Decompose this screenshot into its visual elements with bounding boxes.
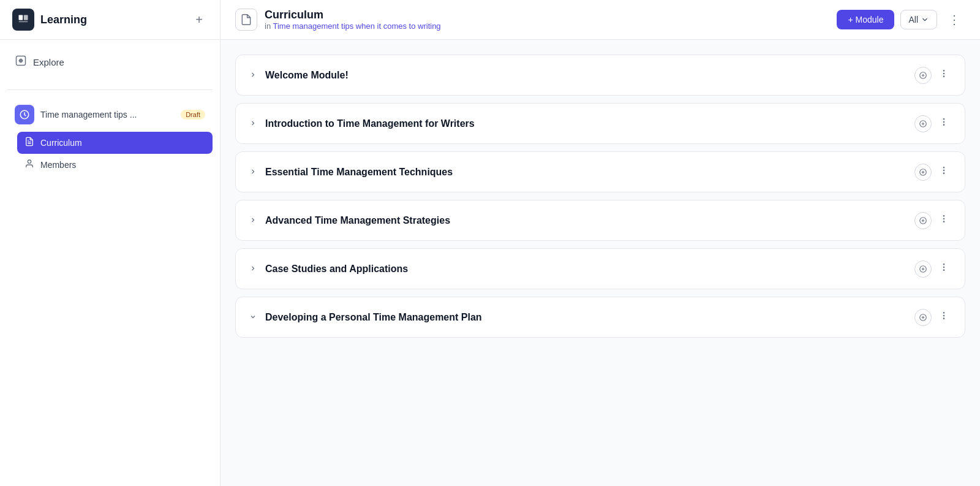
svg-point-12	[943, 70, 944, 71]
sidebar-item-explore[interactable]: Explore	[7, 50, 213, 75]
breadcrumb-link[interactable]: Time management tips when it comes to wr…	[273, 21, 441, 31]
module-left: Advanced Time Management Strategies	[248, 215, 450, 227]
module-left: Essential Time Management Techniques	[248, 166, 453, 178]
more-vertical-icon	[939, 311, 949, 321]
svg-point-30	[943, 216, 944, 216]
sidebar-nav: Explore	[0, 40, 220, 85]
module-add-button[interactable]	[914, 115, 932, 132]
svg-rect-2	[19, 21, 28, 23]
chevron-right-icon	[249, 119, 257, 129]
module-name: Welcome Module!	[265, 70, 349, 81]
module-actions	[914, 115, 952, 132]
curriculum-label: Curriculum	[40, 138, 82, 148]
module-actions	[914, 260, 952, 278]
module-name: Case Studies and Applications	[265, 264, 408, 275]
sidebar-add-button[interactable]: +	[190, 10, 208, 29]
module-expand-button[interactable]	[248, 166, 258, 178]
header-page-icon	[235, 9, 257, 31]
module-card: Developing a Personal Time Management Pl…	[235, 297, 965, 338]
course-name: Time management tips ...	[40, 110, 175, 120]
app-icon	[12, 9, 34, 31]
module-card: Welcome Module!	[235, 55, 965, 96]
header-more-button[interactable]: ⋮	[943, 9, 965, 31]
sidebar-header-left: Learning	[12, 9, 87, 31]
header-breadcrumb: in Time management tips when it comes to…	[265, 21, 441, 31]
main-header: Curriculum in Time management tips when …	[221, 0, 980, 40]
chevron-right-icon	[249, 264, 257, 274]
module-row: Introduction to Time Management for Writ…	[236, 104, 965, 143]
module-card: Advanced Time Management Strategies	[235, 200, 965, 241]
module-row: Advanced Time Management Strategies	[236, 200, 965, 240]
add-module-button[interactable]: + Module	[837, 10, 894, 29]
svg-point-13	[943, 73, 944, 74]
module-left: Welcome Module!	[248, 69, 349, 82]
module-left: Introduction to Time Management for Writ…	[248, 118, 475, 130]
module-add-button[interactable]	[914, 164, 932, 181]
svg-point-43	[943, 315, 944, 316]
svg-point-44	[943, 318, 944, 319]
sub-nav-item-members[interactable]: Members	[17, 154, 213, 176]
module-more-button[interactable]	[935, 211, 952, 229]
svg-point-8	[28, 160, 31, 163]
module-more-button[interactable]	[935, 260, 952, 278]
module-name: Advanced Time Management Strategies	[265, 215, 450, 226]
curriculum-icon	[24, 137, 34, 149]
module-more-button[interactable]	[935, 66, 952, 84]
filter-dropdown[interactable]: All	[900, 10, 937, 29]
module-row: Essential Time Management Techniques	[236, 152, 965, 192]
module-add-button[interactable]	[914, 212, 932, 229]
module-card: Case Studies and Applications	[235, 248, 965, 289]
module-add-button[interactable]	[914, 67, 932, 84]
chevron-right-icon	[249, 70, 257, 80]
module-expand-button[interactable]	[248, 215, 258, 227]
module-name: Developing a Personal Time Management Pl…	[265, 312, 482, 323]
members-label: Members	[40, 160, 76, 170]
chevron-down-icon	[249, 313, 257, 322]
main-header-right: + Module All ⋮	[837, 9, 965, 31]
sidebar-title: Learning	[40, 13, 87, 26]
module-row: Case Studies and Applications	[236, 249, 965, 289]
sub-nav: Curriculum Members	[17, 132, 213, 176]
module-actions	[914, 163, 952, 181]
svg-rect-0	[19, 15, 23, 20]
members-icon	[24, 159, 34, 171]
filter-label: All	[908, 15, 918, 25]
module-name: Essential Time Management Techniques	[265, 167, 453, 178]
sub-nav-item-curriculum[interactable]: Curriculum	[17, 132, 213, 154]
svg-point-18	[943, 119, 944, 120]
plus-circle-icon	[919, 216, 927, 225]
course-icon	[15, 105, 34, 124]
module-expand-button[interactable]	[248, 263, 258, 275]
chevron-down-icon	[921, 15, 929, 24]
more-vertical-icon	[939, 262, 949, 272]
course-item[interactable]: Time management tips ... Draft	[7, 100, 213, 129]
breadcrumb-prefix: in	[265, 21, 271, 31]
svg-point-26	[943, 173, 944, 173]
svg-point-19	[943, 121, 944, 122]
module-actions	[914, 211, 952, 229]
module-name: Introduction to Time Management for Writ…	[265, 118, 475, 129]
chevron-right-icon	[249, 216, 257, 226]
module-add-button[interactable]	[914, 260, 932, 278]
module-expand-button[interactable]	[248, 69, 258, 82]
header-title-group: Curriculum in Time management tips when …	[265, 9, 441, 31]
more-vertical-icon	[939, 69, 949, 78]
module-left: Case Studies and Applications	[248, 263, 408, 275]
module-expand-button[interactable]	[248, 118, 258, 130]
course-section: Time management tips ... Draft Curriculu…	[0, 95, 220, 181]
svg-point-38	[943, 270, 944, 270]
module-expand-button[interactable]	[248, 311, 258, 324]
svg-point-31	[943, 218, 944, 219]
module-more-button[interactable]	[935, 308, 952, 326]
svg-point-42	[943, 313, 944, 313]
module-add-button[interactable]	[914, 309, 932, 326]
explore-icon	[15, 55, 27, 70]
svg-point-25	[943, 170, 944, 170]
modules-list: Welcome Module!	[221, 40, 980, 486]
svg-point-24	[943, 167, 944, 168]
plus-circle-icon	[919, 71, 927, 80]
module-more-button[interactable]	[935, 115, 952, 132]
more-vertical-icon	[939, 117, 949, 127]
module-more-button[interactable]	[935, 163, 952, 181]
svg-point-37	[943, 267, 944, 267]
